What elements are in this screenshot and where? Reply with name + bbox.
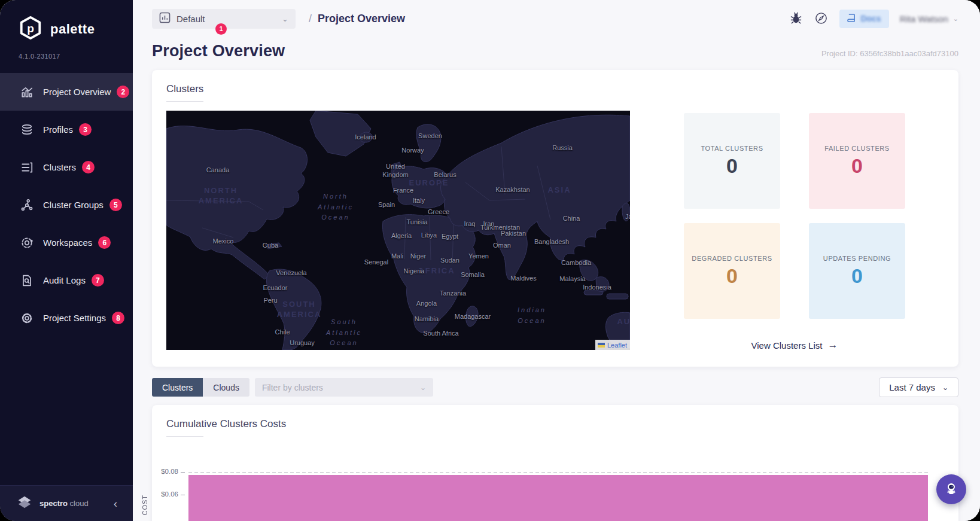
sidebar-collapse-chevron-icon[interactable]: ‹ bbox=[114, 498, 117, 509]
breadcrumb-current[interactable]: Project Overview bbox=[318, 13, 405, 25]
cluster-stats: TOTAL CLUSTERS 0 FAILED CLUSTERS 0 DEGRA… bbox=[684, 111, 905, 351]
sidebar: p palette 4.1.0-231017 Project Overview … bbox=[0, 0, 133, 521]
scope-tabs: ClustersClouds bbox=[152, 378, 249, 397]
app-name: palette bbox=[50, 22, 95, 37]
gear-icon bbox=[20, 312, 34, 325]
stat-label: FAILED CLUSTERS bbox=[824, 145, 890, 152]
book-icon bbox=[847, 13, 856, 25]
tab-clouds[interactable]: Clouds bbox=[203, 378, 249, 397]
app-logo: p palette bbox=[0, 0, 133, 43]
main-area: Default ⌄ 1 / Project Overview bbox=[133, 0, 980, 521]
view-clusters-list-link[interactable]: View Clusters List → bbox=[684, 339, 905, 351]
y-tick-mark bbox=[181, 495, 185, 495]
spectro-cloud-wordmark: spectro cloud bbox=[39, 499, 89, 508]
astronaut-icon bbox=[944, 481, 959, 498]
tour-step-badge: 8 bbox=[112, 312, 124, 324]
filter-placeholder: Filter by clusters bbox=[262, 383, 323, 392]
tour-step-badge: 4 bbox=[82, 161, 95, 173]
y-tick-008: $0.08 bbox=[138, 468, 178, 475]
sidebar-item-audit-logs[interactable]: Audit Logs 7 bbox=[0, 261, 133, 299]
help-compass-icon[interactable] bbox=[814, 11, 829, 26]
ukraine-flag-icon bbox=[598, 343, 605, 348]
y-tick-mark bbox=[181, 472, 185, 473]
stat-label: UPDATES PENDING bbox=[823, 255, 891, 262]
clusters-card-title: Clusters bbox=[166, 83, 944, 95]
sidebar-item-project-overview[interactable]: Project Overview 2 bbox=[0, 73, 133, 111]
stat-value: 0 bbox=[851, 264, 863, 288]
project-chart-icon bbox=[159, 12, 171, 26]
server-list-icon bbox=[20, 161, 34, 174]
stat-card-failed-clusters: FAILED CLUSTERS 0 bbox=[809, 113, 905, 209]
cost-area-series bbox=[188, 475, 928, 521]
tour-step-badge-1: 1 bbox=[215, 23, 227, 35]
arrow-right-icon: → bbox=[827, 339, 838, 351]
spectro-cloud-logo-icon bbox=[16, 494, 34, 513]
stat-card-updates-pending: UPDATES PENDING 0 bbox=[809, 223, 905, 319]
date-range-dropdown[interactable]: Last 7 days ⌄ bbox=[879, 377, 958, 397]
sidebar-item-project-settings[interactable]: Project Settings 8 bbox=[0, 299, 133, 337]
filter-by-clusters-select[interactable]: Filter by clusters ⌄ bbox=[255, 378, 433, 397]
stat-card-total-clusters: TOTAL CLUSTERS 0 bbox=[684, 113, 780, 209]
stat-label: TOTAL CLUSTERS bbox=[701, 145, 763, 152]
topbar-actions: Docs Rita Watson ⌄ bbox=[789, 10, 958, 28]
costs-chart-card: Cumulative Clusters Costs $0.08 $0.06 CO… bbox=[152, 405, 958, 521]
page-title: Project Overview bbox=[152, 42, 285, 60]
palette-logo-icon: p bbox=[18, 16, 43, 43]
sidebar-item-workspaces[interactable]: Workspaces 6 bbox=[0, 224, 133, 261]
chevron-down-icon: ⌄ bbox=[942, 383, 948, 392]
heading-underline bbox=[166, 436, 203, 437]
y-axis-label: COST bbox=[141, 495, 148, 516]
tour-step-badge: 2 bbox=[117, 86, 129, 98]
sidebar-footer: spectro cloud ‹ bbox=[0, 485, 133, 521]
stat-card-degraded-clusters: DEGRADED CLUSTERS 0 bbox=[684, 223, 780, 319]
chevron-down-icon: ⌄ bbox=[282, 14, 288, 23]
network-nodes-icon bbox=[20, 199, 34, 212]
sidebar-item-clusters[interactable]: Clusters 4 bbox=[0, 148, 133, 186]
stat-value: 0 bbox=[726, 264, 738, 288]
dashed-gridline bbox=[188, 472, 928, 473]
orbit-icon bbox=[20, 236, 34, 249]
stat-value: 0 bbox=[851, 154, 863, 178]
docs-button[interactable]: Docs bbox=[839, 10, 888, 28]
user-menu[interactable]: Rita Watson ⌄ bbox=[900, 14, 958, 24]
heading-underline bbox=[166, 101, 203, 102]
map-attribution[interactable]: Leaflet bbox=[595, 340, 630, 350]
sidebar-item-profiles[interactable]: Profiles 3 bbox=[0, 111, 133, 148]
sidebar-item-cluster-groups[interactable]: Cluster Groups 5 bbox=[0, 186, 133, 224]
project-selector-dropdown[interactable]: Default ⌄ 1 bbox=[152, 9, 296, 29]
bug-report-icon[interactable] bbox=[789, 11, 804, 26]
clusters-card: Clusters bbox=[152, 70, 958, 367]
tab-clusters[interactable]: Clusters bbox=[152, 378, 203, 397]
docs-button-label: Docs bbox=[860, 14, 881, 23]
chart-overview-icon bbox=[20, 86, 34, 99]
chart-title: Cumulative Clusters Costs bbox=[166, 418, 958, 430]
breadcrumb-separator: / bbox=[309, 13, 312, 25]
tour-step-badge: 5 bbox=[109, 199, 122, 211]
y-tick-006: $0.06 bbox=[138, 490, 178, 498]
tour-step-badge: 7 bbox=[92, 274, 104, 287]
clusters-world-map[interactable]: NORTH AMERICAEUROPEASIAAFRICASOUTH AMERI… bbox=[166, 111, 630, 350]
user-name: Rita Watson bbox=[900, 14, 948, 24]
cluster-stats-grid: TOTAL CLUSTERS 0 FAILED CLUSTERS 0 DEGRA… bbox=[684, 113, 905, 319]
layers-icon bbox=[20, 123, 34, 136]
svg-text:p: p bbox=[27, 22, 34, 35]
assistant-fab-button[interactable] bbox=[936, 474, 966, 504]
project-id: Project ID: 6356fc38bb1aac03afd73100 bbox=[821, 49, 958, 58]
project-selector-value: Default bbox=[176, 14, 205, 24]
app-version: 4.1.0-231017 bbox=[0, 43, 133, 60]
sidebar-nav: Project Overview 2 Profiles 3 Clusters 4… bbox=[0, 73, 133, 337]
page-header: Project Overview Project ID: 6356fc38bb1… bbox=[152, 42, 958, 60]
chevron-down-icon: ⌄ bbox=[420, 383, 426, 392]
tour-step-badge: 3 bbox=[79, 123, 92, 136]
document-search-icon bbox=[20, 274, 34, 287]
app-window: p palette 4.1.0-231017 Project Overview … bbox=[0, 0, 980, 521]
stat-label: DEGRADED CLUSTERS bbox=[692, 255, 772, 262]
breadcrumb: / Project Overview bbox=[309, 13, 405, 25]
map-landmass bbox=[166, 111, 630, 350]
filter-bar: ClustersClouds Filter by clusters ⌄ Last… bbox=[152, 377, 958, 397]
stat-value: 0 bbox=[726, 154, 738, 178]
chevron-down-icon: ⌄ bbox=[953, 15, 958, 23]
topbar: Default ⌄ 1 / Project Overview bbox=[152, 0, 958, 37]
tour-step-badge: 6 bbox=[98, 236, 111, 249]
leaflet-attribution-label: Leaflet bbox=[607, 342, 627, 349]
